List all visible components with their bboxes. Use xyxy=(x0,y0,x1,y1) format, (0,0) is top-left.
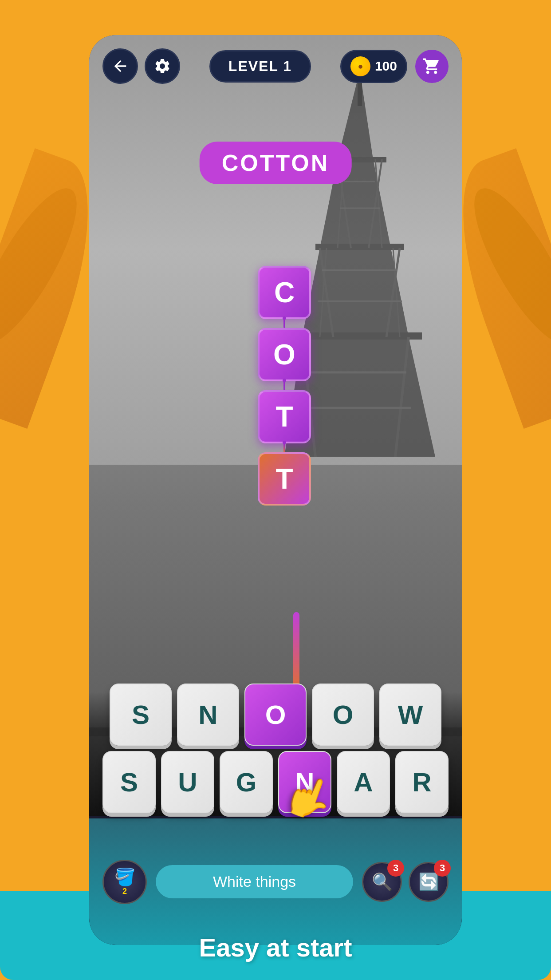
word-tile-o2[interactable]: O xyxy=(312,684,374,746)
shuffle-icon: 🔄 xyxy=(418,872,439,892)
hud-right-buttons: 🔍 3 🔄 3 xyxy=(362,862,449,902)
settings-button[interactable] xyxy=(145,48,180,84)
word-tile-a[interactable]: A xyxy=(337,751,390,813)
coin-display: ● 100 xyxy=(340,50,407,83)
word-tile-s1[interactable]: S xyxy=(110,684,172,746)
falling-tile-o: O xyxy=(258,328,311,381)
level-badge: LEVEL 1 xyxy=(209,50,311,83)
search-icon: 🔍 xyxy=(372,872,393,892)
word-grid-area: S N O O W S U G N A R xyxy=(89,684,462,818)
search-hint-button[interactable]: 🔍 3 xyxy=(362,862,402,902)
search-badge: 3 xyxy=(387,860,404,877)
falling-tile-t1: T xyxy=(258,390,311,443)
top-bar: LEVEL 1 ● 100 xyxy=(89,35,462,88)
falling-tile-c: C xyxy=(258,266,311,319)
tagline-text: Easy at start xyxy=(199,933,352,962)
word-tile-s2[interactable]: S xyxy=(102,751,156,813)
hint-text: White things xyxy=(156,865,353,898)
found-word-label: COTTON xyxy=(200,142,352,184)
svg-rect-4 xyxy=(298,332,422,340)
word-tile-u[interactable]: U xyxy=(161,751,214,813)
cart-button[interactable] xyxy=(415,50,449,83)
game-container: LEVEL 1 ● 100 COTTON C O T T S xyxy=(89,35,462,945)
back-button[interactable] xyxy=(102,48,138,84)
word-tile-n[interactable]: N xyxy=(177,684,239,746)
coin-icon: ● xyxy=(350,56,370,76)
word-tile-r[interactable]: R xyxy=(395,751,449,813)
word-row-2: S U G N A R xyxy=(102,751,449,813)
word-tile-g[interactable]: G xyxy=(220,751,273,813)
bucket-count: 2 xyxy=(122,887,127,896)
shuffle-badge: 3 xyxy=(434,860,451,877)
bottom-hud: 🪣 2 White things 🔍 3 🔄 3 xyxy=(89,818,462,945)
word-tile-w[interactable]: W xyxy=(379,684,441,746)
word-row-1: S N O O W xyxy=(102,684,449,746)
falling-tile-t2: T xyxy=(258,452,311,506)
top-left-buttons xyxy=(102,48,180,84)
bucket-icon: 🪣 xyxy=(114,867,135,887)
shuffle-button[interactable]: 🔄 3 xyxy=(409,862,449,902)
coin-area: ● 100 xyxy=(340,50,449,83)
falling-letters: C O T T xyxy=(258,266,311,506)
svg-rect-3 xyxy=(315,244,404,250)
word-tile-o1[interactable]: O xyxy=(244,684,307,746)
bucket-button[interactable]: 🪣 2 xyxy=(102,860,147,904)
falling-connector xyxy=(293,612,299,692)
coin-count: 100 xyxy=(375,59,397,74)
